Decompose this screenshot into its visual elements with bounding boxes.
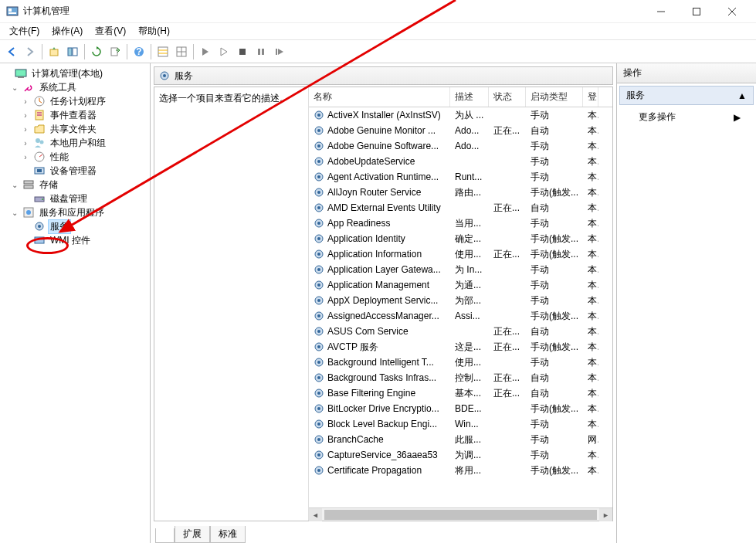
forward-button[interactable]: [22, 43, 39, 60]
table-row[interactable]: Background Intelligent T...使用...手动本: [309, 355, 612, 370]
actions-group[interactable]: 服务 ▲: [619, 86, 754, 105]
up-button[interactable]: [46, 43, 63, 60]
menu-action[interactable]: 操作(A): [46, 23, 89, 39]
table-row[interactable]: BranchCache此服...手动网: [309, 432, 612, 447]
play-button[interactable]: [197, 43, 214, 60]
expand-icon[interactable]: ›: [20, 139, 31, 148]
tree-services-apps[interactable]: 服务和应用程序: [37, 205, 107, 220]
svg-point-68: [317, 283, 320, 287]
table-row[interactable]: Adobe Genuine Software...Ado...手动本: [309, 138, 612, 154]
svg-point-84: [317, 407, 320, 410]
menu-view[interactable]: 查看(V): [89, 23, 132, 39]
tools-icon: [22, 81, 35, 93]
table-header[interactable]: 名称 描述 状态 启动类型 登: [309, 87, 612, 107]
table-row[interactable]: Application Layer Gatewa...为 In...手动本: [309, 262, 612, 277]
table-row[interactable]: Background Tasks Infras...控制...正在...自动本: [309, 370, 612, 385]
table-row[interactable]: Application Information使用...正在...手动(触发..…: [309, 246, 612, 262]
menu-file[interactable]: 文件(F): [3, 23, 46, 39]
svg-rect-22: [276, 49, 277, 55]
tree-shared-folders[interactable]: 共享文件夹: [48, 122, 99, 137]
svg-point-92: [317, 469, 320, 472]
show-hide-button[interactable]: [64, 43, 81, 60]
col-desc[interactable]: 描述: [450, 87, 489, 107]
minimize-button[interactable]: [643, 0, 679, 23]
table-row[interactable]: AdobeUpdateService手动本: [309, 154, 612, 169]
table-row[interactable]: AssignedAccessManager...Assi...手动(触发...本: [309, 308, 612, 324]
scroll-thumb[interactable]: [324, 510, 597, 520]
tree-device-mgr[interactable]: 设备管理器: [48, 164, 99, 178]
svg-point-88: [317, 438, 320, 441]
tree-local-users[interactable]: 本地用户和组: [48, 136, 108, 151]
tree-root[interactable]: 计算机管理(本地): [29, 66, 105, 81]
table-row[interactable]: ActiveX Installer (AxInstSV)为从 ...手动本: [309, 107, 612, 123]
scroll-right-button[interactable]: ►: [599, 508, 612, 521]
tab-extended[interactable]: 扩展: [175, 526, 210, 543]
table-row[interactable]: Application Identity确定...手动(触发...本: [309, 231, 612, 246]
svg-text:?: ?: [136, 46, 141, 57]
table-row[interactable]: AllJoyn Router Service路由...手动(触发...本: [309, 185, 612, 200]
actions-more-label: 更多操作: [639, 110, 676, 124]
table-row[interactable]: ASUS Com Service正在...自动本: [309, 324, 612, 339]
svg-point-30: [40, 141, 44, 144]
description-panel: 选择一个项目来查看它的描述。: [154, 87, 309, 521]
table-row[interactable]: Block Level Backup Engi...Win...手动本: [309, 416, 612, 432]
table-row[interactable]: BitLocker Drive Encryptio...BDE...手动(触发.…: [309, 401, 612, 416]
tree-disk-mgmt[interactable]: 磁盘管理: [48, 192, 90, 206]
table-row[interactable]: Agent Activation Runtime...Runt...手动本: [309, 169, 612, 185]
svg-point-29: [36, 138, 40, 143]
col-status[interactable]: 状态: [489, 87, 526, 107]
table-row[interactable]: Base Filtering Engine基本...正在...自动本: [309, 385, 612, 401]
table-row[interactable]: AVCTP 服务这是...正在...手动(触发...本: [309, 339, 612, 355]
svg-point-46: [317, 114, 320, 117]
tree-pane[interactable]: 计算机管理(本地) ⌄系统工具 ›任务计划程序 ›事件查看器 ›共享文件夹 ›本…: [0, 63, 151, 543]
tree-services[interactable]: 服务: [48, 219, 71, 234]
collapse-icon[interactable]: ⌄: [9, 181, 20, 189]
svg-rect-21: [262, 49, 264, 55]
expand-icon[interactable]: ›: [20, 125, 31, 134]
col-start[interactable]: 启动类型: [526, 87, 583, 107]
col-name[interactable]: 名称: [309, 87, 450, 107]
svg-rect-23: [15, 70, 26, 76]
collapse-icon[interactable]: ⌄: [9, 209, 20, 217]
tree-performance[interactable]: 性能: [48, 150, 71, 165]
table-row[interactable]: Application Management为通...手动本: [309, 277, 612, 293]
table-row[interactable]: Certificate Propagation将用...手动(触发...本: [309, 463, 612, 478]
tree-system-tools[interactable]: 系统工具: [37, 80, 79, 95]
col-login[interactable]: 登: [583, 87, 598, 107]
grid1-button[interactable]: [154, 43, 171, 60]
scroll-left-button[interactable]: ◄: [309, 508, 322, 521]
table-row[interactable]: App Readiness当用...手动本: [309, 216, 612, 231]
refresh-button[interactable]: [88, 43, 105, 60]
horizontal-scrollbar[interactable]: ◄ ►: [309, 507, 612, 521]
table-row[interactable]: AppX Deployment Servic...为部...手动本: [309, 293, 612, 308]
tree-task-scheduler[interactable]: 任务计划程序: [48, 94, 108, 109]
toolbar: ?: [0, 40, 756, 63]
tree-event-viewer[interactable]: 事件查看器: [48, 108, 99, 123]
actions-more[interactable]: 更多操作 ▶: [617, 107, 756, 127]
restart-button[interactable]: [271, 43, 288, 60]
export-button[interactable]: [107, 43, 124, 60]
svg-rect-35: [24, 185, 33, 188]
tree-storage[interactable]: 存储: [37, 178, 60, 192]
table-row[interactable]: CaptureService_36aaea53为调...手动本: [309, 447, 612, 463]
services-table: 名称 描述 状态 启动类型 登 ActiveX Installer (AxIns…: [309, 87, 612, 521]
grid2-button[interactable]: [173, 43, 190, 60]
close-button[interactable]: [714, 0, 750, 23]
tree-wmi[interactable]: WMI 控件: [48, 233, 93, 248]
stop-button[interactable]: [234, 43, 251, 60]
pause-button[interactable]: [253, 43, 270, 60]
description-prompt: 选择一个项目来查看它的描述。: [159, 93, 289, 104]
collapse-icon[interactable]: ⌄: [9, 83, 20, 92]
table-row[interactable]: Adobe Genuine Monitor ...Ado...正在...自动本: [309, 123, 612, 138]
expand-icon[interactable]: ›: [20, 97, 31, 106]
play2-button[interactable]: [215, 43, 232, 60]
expand-icon[interactable]: ›: [20, 153, 31, 161]
tab-standard[interactable]: 标准: [210, 526, 246, 543]
tab-empty[interactable]: [155, 528, 175, 543]
help-button[interactable]: ?: [131, 43, 147, 60]
back-button[interactable]: [3, 43, 20, 60]
expand-icon[interactable]: ›: [20, 111, 31, 120]
maximize-button[interactable]: [679, 0, 714, 23]
menu-help[interactable]: 帮助(H): [132, 23, 176, 39]
table-row[interactable]: AMD External Events Utility正在...自动本: [309, 200, 612, 216]
